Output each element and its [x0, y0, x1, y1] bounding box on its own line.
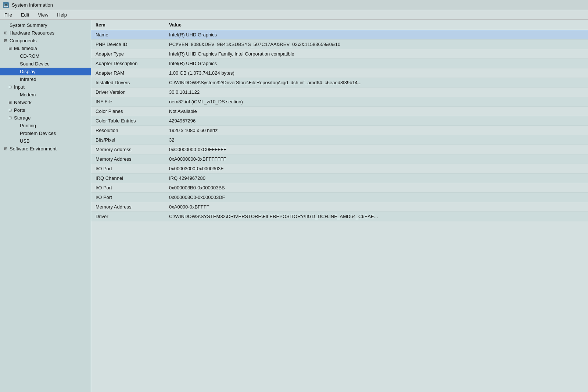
sidebar-label-network: Network: [14, 100, 32, 105]
table-cell-item: Driver: [91, 212, 165, 221]
sidebar-label-display: Display: [20, 69, 36, 74]
table-row[interactable]: Memory Address0xA0000000-0xBFFFFFFF: [91, 154, 588, 164]
sidebar-item-components[interactable]: ⊟Components: [0, 37, 91, 44]
table-row[interactable]: IRQ ChannelIRQ 4294967280: [91, 174, 588, 183]
sidebar-label-input: Input: [14, 84, 25, 90]
expand-icon-network[interactable]: ⊞: [7, 100, 12, 105]
table-row[interactable]: NameIntel(R) UHD Graphics: [91, 30, 588, 40]
table-row[interactable]: Adapter TypeIntel(R) UHD Graphics Family…: [91, 49, 588, 59]
expand-icon-storage[interactable]: ⊞: [7, 115, 12, 120]
table-cell-item: INF File: [91, 97, 165, 107]
sidebar-item-printing[interactable]: Printing: [0, 122, 91, 129]
sidebar-item-cdrom[interactable]: CD-ROM: [0, 52, 91, 60]
table-cell-item: Memory Address: [91, 154, 165, 164]
table-row[interactable]: PNP Device IDPCI\VEN_8086&DEV_9B41&SUBSY…: [91, 40, 588, 49]
table-cell-item: Memory Address: [91, 202, 165, 212]
table-cell-value: 1920 x 1080 x 60 hertz: [165, 126, 588, 135]
table-cell-value: 0x00003000-0x0000303F: [165, 164, 588, 174]
sidebar-item-modem[interactable]: Modem: [0, 91, 91, 99]
sidebar-item-network[interactable]: ⊞Network: [0, 99, 91, 106]
sidebar-item-ports[interactable]: ⊞Ports: [0, 106, 91, 114]
table-cell-item: Driver Version: [91, 88, 165, 97]
expand-icon-multimedia[interactable]: ⊞: [7, 46, 12, 51]
sidebar-label-system-summary: System Summary: [10, 22, 47, 28]
sidebar-item-software-environment[interactable]: ⊞Software Environment: [0, 145, 91, 153]
table-row[interactable]: INF Fileoem82.inf (iCML_w10_DS section): [91, 97, 588, 107]
sidebar-item-multimedia[interactable]: ⊞Multimedia: [0, 44, 91, 52]
table-cell-value: 32: [165, 135, 588, 145]
table-cell-value: 1.00 GB (1,073,741,824 bytes): [165, 68, 588, 78]
table-row[interactable]: Color PlanesNot Available: [91, 107, 588, 116]
table-header-row: Item Value: [91, 20, 588, 30]
table-row[interactable]: Adapter DescriptionIntel(R) UHD Graphics: [91, 59, 588, 68]
expand-icon-hardware-resources[interactable]: ⊞: [3, 31, 8, 35]
table-cell-value: 0xA0000000-0xBFFFFFFF: [165, 154, 588, 164]
expand-icon-software-environment[interactable]: ⊞: [3, 146, 8, 151]
table-cell-value: Not Available: [165, 107, 588, 116]
sidebar-label-usb: USB: [20, 138, 30, 144]
table-cell-value: oem82.inf (iCML_w10_DS section): [165, 97, 588, 107]
table-cell-item: Name: [91, 30, 165, 40]
menu-item-file[interactable]: File: [3, 11, 14, 18]
table-cell-value: Intel(R) UHD Graphics Family, Intel Corp…: [165, 49, 588, 59]
expand-icon-components[interactable]: ⊟: [3, 38, 8, 43]
menu-item-view[interactable]: View: [36, 11, 50, 18]
sidebar-item-problem-devices[interactable]: Problem Devices: [0, 129, 91, 137]
expand-icon-ports[interactable]: ⊞: [7, 108, 12, 113]
sidebar-label-modem: Modem: [20, 92, 36, 97]
table-cell-value: C:\WINDOWS\System32\DriverStore\FileRepo…: [165, 78, 588, 88]
table-row[interactable]: Installed DriversC:\WINDOWS\System32\Dri…: [91, 78, 588, 88]
content-panel: Item Value NameIntel(R) UHD GraphicsPNP …: [91, 20, 588, 392]
col-header-value: Value: [165, 20, 588, 30]
table-row[interactable]: I/O Port0x000003B0-0x000003BB: [91, 183, 588, 193]
sidebar-label-multimedia: Multimedia: [14, 46, 37, 51]
sidebar-label-sound-device: Sound Device: [20, 61, 50, 67]
table-cell-item: I/O Port: [91, 183, 165, 193]
table-cell-value: 0xA0000-0xBFFFF: [165, 202, 588, 212]
table-cell-item: I/O Port: [91, 164, 165, 174]
sidebar-item-system-summary[interactable]: System Summary: [0, 21, 91, 29]
table-cell-value: Intel(R) UHD Graphics: [165, 30, 588, 40]
table-row[interactable]: I/O Port0x000003C0-0x000003DF: [91, 193, 588, 202]
table-row[interactable]: Color Table Entries4294967296: [91, 116, 588, 126]
table-row[interactable]: Driver Version30.0.101.1122: [91, 88, 588, 97]
data-table: Item Value NameIntel(R) UHD GraphicsPNP …: [91, 20, 588, 221]
table-row[interactable]: Memory Address0xA0000-0xBFFFF: [91, 202, 588, 212]
expand-icon-input[interactable]: ⊞: [7, 85, 12, 89]
table-cell-item: I/O Port: [91, 193, 165, 202]
sidebar-label-problem-devices: Problem Devices: [20, 131, 56, 136]
table-row[interactable]: Bits/Pixel32: [91, 135, 588, 145]
sidebar-item-hardware-resources[interactable]: ⊞Hardware Resources: [0, 29, 91, 37]
title-bar-text: System Information: [12, 2, 53, 8]
app-icon: 💻: [3, 2, 9, 8]
table-row[interactable]: DriverC:\WINDOWS\SYSTEM32\DRIVERSTORE\FI…: [91, 212, 588, 221]
sidebar-item-storage[interactable]: ⊞Storage: [0, 114, 91, 122]
table-row[interactable]: I/O Port0x00003000-0x0000303F: [91, 164, 588, 174]
sidebar-label-infrared: Infrared: [20, 76, 36, 82]
sidebar-item-input[interactable]: ⊞Input: [0, 83, 91, 91]
sidebar-item-infrared[interactable]: Infrared: [0, 75, 91, 83]
table-cell-value: 0xC0000000-0xC0FFFFFF: [165, 145, 588, 154]
sidebar-label-storage: Storage: [14, 115, 31, 121]
table-cell-item: Bits/Pixel: [91, 135, 165, 145]
sidebar-item-usb[interactable]: USB: [0, 137, 91, 145]
table-cell-value: PCI\VEN_8086&DEV_9B41&SUBSYS_507C17AA&RE…: [165, 40, 588, 49]
table-cell-item: Installed Drivers: [91, 78, 165, 88]
col-header-item: Item: [91, 20, 165, 30]
menu-item-help[interactable]: Help: [55, 11, 68, 18]
table-cell-item: Adapter Type: [91, 49, 165, 59]
sidebar-label-components: Components: [10, 38, 37, 43]
sidebar: System Summary⊞Hardware Resources⊟Compon…: [0, 20, 91, 392]
table-cell-item: Color Table Entries: [91, 116, 165, 126]
menu-bar: FileEditViewHelp: [0, 10, 588, 20]
menu-item-edit[interactable]: Edit: [19, 11, 31, 18]
sidebar-item-sound-device[interactable]: Sound Device: [0, 60, 91, 68]
table-row[interactable]: Resolution1920 x 1080 x 60 hertz: [91, 126, 588, 135]
table-cell-value: 30.0.101.1122: [165, 88, 588, 97]
title-bar: 💻 System Information: [0, 0, 588, 10]
table-row[interactable]: Adapter RAM1.00 GB (1,073,741,824 bytes): [91, 68, 588, 78]
table-cell-value: Intel(R) UHD Graphics: [165, 59, 588, 68]
table-cell-value: 0x000003B0-0x000003BB: [165, 183, 588, 193]
table-row[interactable]: Memory Address0xC0000000-0xC0FFFFFF: [91, 145, 588, 154]
sidebar-item-display[interactable]: Display: [0, 68, 91, 75]
